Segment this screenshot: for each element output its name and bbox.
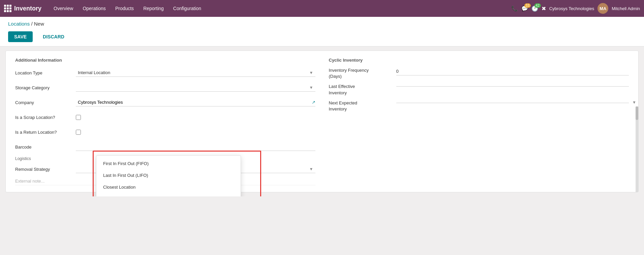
external-note-placeholder: External note... bbox=[15, 179, 44, 184]
activity-icon[interactable]: 🕐 42 bbox=[531, 5, 538, 12]
company-select[interactable]: Cybrosys Technologies bbox=[76, 98, 310, 106]
company-dropdown-icon: ▼ bbox=[632, 100, 636, 105]
dropdown-option-lifo[interactable]: Last In First Out (LIFO) bbox=[96, 169, 241, 181]
main-content: ➤ Additional Information Location Type I… bbox=[0, 46, 644, 196]
scrap-location-checkbox[interactable] bbox=[76, 115, 81, 120]
inventory-freq-label-text: Inventory Frequency(Days) bbox=[329, 68, 369, 79]
cyclic-inventory-title: Cyclic Inventory bbox=[329, 58, 629, 63]
scrap-location-label: Is a Scrap Location? bbox=[15, 115, 76, 120]
form-card: ➤ Additional Information Location Type I… bbox=[5, 51, 639, 192]
removal-strategy-label: Removal Strategy bbox=[15, 167, 76, 172]
brand-logo: Inventory bbox=[14, 5, 41, 12]
location-type-select[interactable]: Internal Location View Virtual Location … bbox=[76, 69, 315, 76]
company-label: Company bbox=[15, 100, 76, 105]
scrollbar[interactable] bbox=[636, 106, 638, 192]
last-effective-value bbox=[396, 84, 629, 87]
storage-category-select[interactable] bbox=[76, 84, 315, 91]
inventory-frequency-label: Inventory Frequency(Days) bbox=[329, 67, 396, 79]
removal-strategy-dropdown: First In First Out (FIFO) Last In First … bbox=[96, 155, 241, 196]
location-type-label: Location Type bbox=[15, 70, 76, 75]
breadcrumb-parent[interactable]: Locations bbox=[8, 21, 30, 27]
action-bar: SAVE DISCARD bbox=[0, 29, 644, 46]
next-expected-row: Next ExpectedInventory bbox=[329, 100, 629, 112]
menu-operations[interactable]: Operations bbox=[79, 4, 110, 13]
right-column: Cyclic Inventory Inventory Frequency(Day… bbox=[329, 58, 629, 185]
return-location-checkbox[interactable] bbox=[76, 130, 81, 135]
inventory-frequency-row: Inventory Frequency(Days) 0 bbox=[329, 67, 629, 79]
scrollbar-thumb[interactable] bbox=[636, 106, 638, 120]
company-external-link-icon[interactable]: ↗ bbox=[312, 100, 315, 105]
top-right-controls: 📞 💬 33 🕐 42 ✖ Cybrosys Technologies MA M… bbox=[511, 3, 640, 14]
barcode-row: Barcode bbox=[15, 141, 315, 152]
menu-overview[interactable]: Overview bbox=[50, 4, 77, 13]
next-expected-value bbox=[396, 100, 629, 103]
storage-category-select-wrapper: ▼ bbox=[76, 84, 315, 92]
company-field-wrapper: Cybrosys Technologies ▼ ↗ bbox=[76, 98, 315, 106]
menu-products[interactable]: Products bbox=[111, 4, 138, 13]
save-button[interactable]: SAVE bbox=[8, 31, 33, 42]
scrap-location-checkbox-wrapper bbox=[76, 115, 81, 120]
brand-name: Inventory bbox=[14, 5, 41, 12]
menu-reporting[interactable]: Reporting bbox=[139, 4, 168, 13]
top-menu: Overview Operations Products Reporting C… bbox=[50, 4, 509, 13]
last-effective-label: Last EffectiveInventory bbox=[329, 84, 396, 96]
company-name: Cybrosys Technologies bbox=[549, 6, 594, 11]
apps-icon[interactable] bbox=[4, 5, 11, 12]
activity-badge: 42 bbox=[534, 3, 541, 8]
discard-button[interactable]: DISCARD bbox=[37, 31, 70, 42]
dropdown-option-fefo[interactable]: First Expiry First Out (FEFO) bbox=[96, 193, 241, 196]
additional-info-title: Additional Information bbox=[15, 58, 315, 63]
user-avatar[interactable]: MA bbox=[597, 3, 608, 14]
breadcrumb-separator: / bbox=[31, 21, 34, 27]
next-expected-label: Next ExpectedInventory bbox=[329, 100, 396, 112]
barcode-label: Barcode bbox=[15, 145, 76, 150]
top-navigation: Inventory Overview Operations Products R… bbox=[0, 0, 644, 17]
breadcrumb: Locations / New bbox=[0, 17, 644, 29]
storage-category-label: Storage Category bbox=[15, 85, 76, 90]
barcode-input[interactable] bbox=[76, 143, 315, 151]
breadcrumb-current: New bbox=[34, 21, 44, 27]
messages-icon[interactable]: 💬 33 bbox=[521, 5, 528, 12]
dropdown-option-closest[interactable]: Closest Location bbox=[96, 181, 241, 193]
menu-configuration[interactable]: Configuration bbox=[169, 4, 205, 13]
phone-icon[interactable]: 📞 bbox=[511, 5, 518, 12]
return-location-label: Is a Return Location? bbox=[15, 130, 76, 135]
company-row: Company Cybrosys Technologies ▼ ↗ bbox=[15, 97, 315, 108]
return-location-row: Is a Return Location? bbox=[15, 127, 315, 137]
location-type-select-wrapper: Internal Location View Virtual Location … bbox=[76, 69, 315, 77]
dropdown-option-fifo[interactable]: First In First Out (FIFO) bbox=[96, 158, 241, 169]
inventory-frequency-value[interactable]: 0 bbox=[396, 67, 629, 75]
settings-icon[interactable]: ✖ bbox=[542, 5, 546, 12]
scrap-location-row: Is a Scrap Location? bbox=[15, 112, 315, 123]
last-effective-row: Last EffectiveInventory bbox=[329, 84, 629, 96]
user-name: Mitchell Admin bbox=[612, 6, 640, 11]
messages-badge: 33 bbox=[524, 3, 531, 8]
storage-category-row: Storage Category ▼ bbox=[15, 82, 315, 93]
return-location-checkbox-wrapper bbox=[76, 130, 81, 135]
location-type-row: Location Type Internal Location View Vir… bbox=[15, 67, 315, 78]
